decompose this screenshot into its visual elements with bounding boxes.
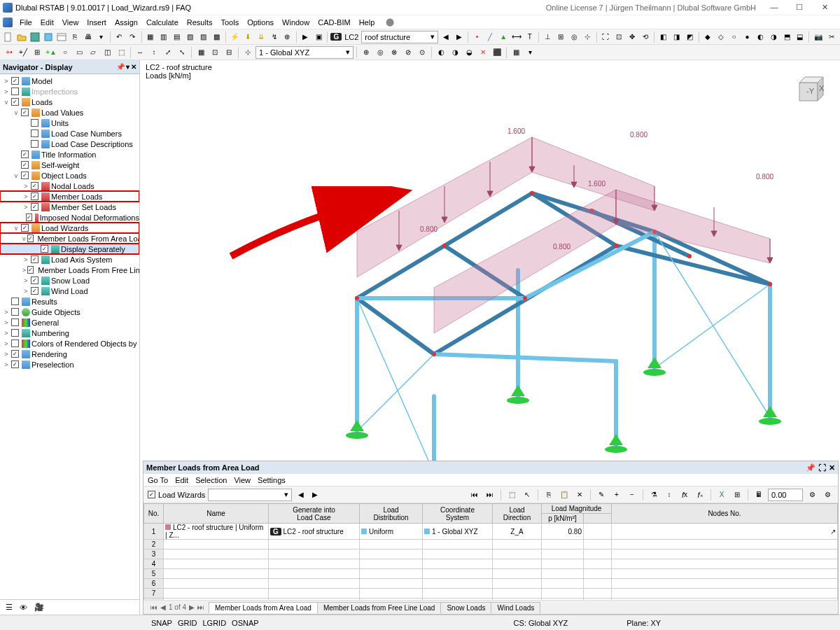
t2-g-icon[interactable]: ⤢	[162, 46, 174, 59]
panel-pin-icon[interactable]: 📌	[806, 463, 816, 472]
bp-menu-settings[interactable]: Settings	[258, 476, 286, 484]
tbl-del-icon[interactable]: ✕	[573, 489, 586, 501]
t2-k-icon[interactable]: ⊟	[223, 46, 235, 59]
tbl-filter-icon[interactable]: ⚗	[648, 489, 660, 501]
table-row[interactable]: 2	[144, 540, 838, 550]
tree-load-values[interactable]: vLoad Values	[0, 107, 139, 118]
panel-max-icon[interactable]: ⛶	[818, 463, 826, 472]
sheet-tab-3[interactable]: Wind Loads	[491, 602, 540, 613]
table-row[interactable]: 5	[144, 569, 838, 579]
t2-t-icon[interactable]: ✕	[477, 46, 489, 59]
t2-a-icon[interactable]: ▭	[73, 46, 85, 59]
tree-numbering[interactable]: >Numbering	[0, 328, 139, 338]
tool-h-icon[interactable]: ⬓	[794, 31, 806, 43]
tbl-value-display[interactable]: 0.00	[768, 489, 803, 501]
tbl-first-icon[interactable]: ⏮	[468, 489, 481, 501]
menu-cad-bim[interactable]: CAD-BIM	[314, 17, 354, 28]
menu-edit[interactable]: Edit	[36, 17, 58, 28]
t2-n-icon[interactable]: ⊗	[388, 46, 400, 59]
nav-pin-icon[interactable]: 📌	[116, 63, 125, 71]
tool-g-icon[interactable]: ⬒	[781, 31, 793, 43]
newmember-icon[interactable]: +╱	[17, 46, 29, 59]
tbl-rem-icon[interactable]: −	[626, 489, 638, 501]
load2-icon[interactable]: ⬇	[241, 31, 253, 43]
menu-assign[interactable]: Assign	[111, 17, 142, 28]
save-icon[interactable]	[29, 31, 41, 43]
menu-window[interactable]: Window	[278, 17, 314, 28]
tree-imposed-nodal-deformations[interactable]: Imposed Nodal Deformations	[0, 212, 139, 223]
lc-next-icon[interactable]: ▶	[453, 31, 465, 43]
bp-menu-goto[interactable]: Go To	[148, 476, 168, 484]
tree-display-separately[interactable]: Display Separately	[0, 244, 139, 254]
tree-member-loads-from-area-load[interactable]: vMember Loads From Area Load	[0, 233, 139, 244]
tbl-last-icon[interactable]: ⏭	[484, 489, 496, 501]
tree-model[interactable]: >Model	[0, 76, 139, 86]
clip-icon[interactable]: ✂	[825, 31, 837, 43]
nav-close-icon[interactable]: ✕	[131, 63, 136, 71]
tree-imperfections[interactable]: >Imperfections	[0, 86, 139, 97]
tbl-add-icon[interactable]: +	[610, 489, 623, 501]
view-cube[interactable]: -Y X	[791, 74, 826, 109]
t2-r-icon[interactable]: ◑	[449, 46, 461, 59]
cs-combo[interactable]: 1 - Global XYZ▾	[255, 46, 354, 59]
menu-view[interactable]: View	[58, 17, 83, 28]
calc2-icon[interactable]: ▣	[313, 31, 325, 43]
t2-m-icon[interactable]: ◎	[374, 46, 386, 59]
ortho-icon[interactable]: ⊥	[542, 31, 554, 43]
maximize-button[interactable]: ☐	[787, 0, 812, 15]
tbl-prev-icon[interactable]: ◀	[295, 489, 307, 501]
tbl-pick-icon[interactable]: ↖	[521, 489, 533, 501]
node-icon[interactable]: •	[471, 31, 483, 43]
tree-colors-of-rendered-objects-by[interactable]: >Colors of Rendered Objects by	[0, 338, 139, 349]
tbl-fx-icon[interactable]: fx	[678, 489, 691, 501]
snap-icon[interactable]: ◎	[568, 31, 580, 43]
tree-preselection[interactable]: >Preselection	[0, 359, 139, 370]
status-osnap[interactable]: OSNAP	[232, 619, 259, 627]
menu-insert[interactable]: Insert	[83, 17, 111, 28]
tree-member-loads-from-free-lin-[interactable]: >Member Loads From Free Lin...	[0, 265, 139, 275]
t2-j-icon[interactable]: ⊡	[209, 46, 221, 59]
page-first-icon[interactable]: ⏮	[150, 603, 158, 611]
t2-f-icon[interactable]: ↕	[148, 46, 160, 59]
newset-icon[interactable]: ⊞	[31, 46, 43, 59]
status-grid[interactable]: GRID	[178, 619, 197, 627]
pan-icon[interactable]: ✥	[626, 31, 638, 43]
tree-object-loads[interactable]: vObject Loads	[0, 170, 139, 181]
menu-tools[interactable]: Tools	[216, 17, 243, 28]
t2-u-icon[interactable]: ⬛	[491, 46, 503, 59]
page-next-icon[interactable]: ▶	[189, 603, 195, 611]
status-lgrid[interactable]: LGRID	[202, 619, 226, 627]
t2-b-icon[interactable]: ▱	[87, 46, 99, 59]
t2-c-icon[interactable]: ◫	[101, 46, 113, 59]
tool-f-icon[interactable]: ◑	[768, 31, 780, 43]
nav-mode-list-icon[interactable]: ☰	[6, 603, 13, 612]
data-table[interactable]: No. Name Generate intoLoad Case LoadDist…	[144, 503, 838, 600]
tbl-set2-icon[interactable]: ⚙	[821, 489, 834, 501]
table-row[interactable]: 1LC2 - roof structure | Uniform | Z...G …	[144, 524, 838, 540]
bp-menu-edit[interactable]: Edit	[175, 476, 188, 484]
t2-l-icon[interactable]: ⊕	[360, 46, 372, 59]
redo-icon[interactable]: ↷	[127, 31, 139, 43]
menu-results[interactable]: Results	[183, 17, 217, 28]
minimize-button[interactable]: —	[762, 0, 787, 15]
loadcase-combo[interactable]: roof structure▾	[361, 31, 438, 43]
tbl-edit-icon[interactable]: ✎	[595, 489, 608, 501]
t2-i-icon[interactable]: ▦	[195, 46, 207, 59]
tbl-csv-icon[interactable]: ⊞	[731, 489, 743, 501]
tree-load-case-numbers[interactable]: Load Case Numbers	[0, 128, 139, 139]
nav-menu-icon[interactable]: ▾	[126, 63, 130, 71]
tbl-next-icon[interactable]: ▶	[309, 489, 321, 501]
menu-options[interactable]: Options	[243, 17, 278, 28]
tbl-excel-icon[interactable]: X	[715, 489, 728, 501]
support-icon[interactable]: ▲	[498, 31, 510, 43]
wizard-combo[interactable]: ▾	[208, 489, 292, 501]
tree-snow-load[interactable]: >Snow Load	[0, 275, 139, 286]
load3-icon[interactable]: ⇊	[255, 31, 267, 43]
tree-results[interactable]: Results	[0, 296, 139, 307]
menu-calculate[interactable]: Calculate	[142, 17, 183, 28]
tree-member-set-loads[interactable]: >Member Set Loads	[0, 202, 139, 212]
tool-e-icon[interactable]: ◐	[755, 31, 766, 43]
t2-q-icon[interactable]: ◐	[435, 46, 447, 59]
table-row[interactable]: 6	[144, 579, 838, 589]
load1-icon[interactable]: ⚡	[229, 31, 241, 43]
